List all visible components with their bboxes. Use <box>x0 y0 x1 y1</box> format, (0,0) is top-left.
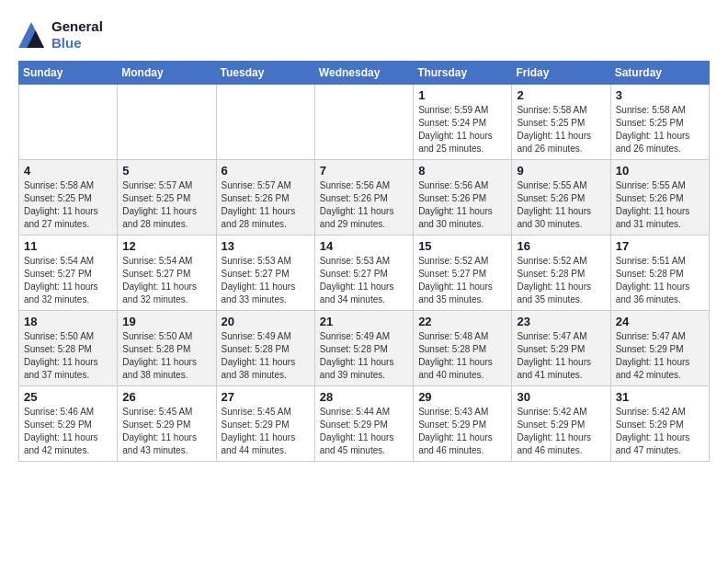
calendar-week-row: 11Sunrise: 5:54 AMSunset: 5:27 PMDayligh… <box>19 236 710 311</box>
logo: General Blue General Blue <box>18 18 103 52</box>
day-info: Sunrise: 5:47 AMSunset: 5:29 PMDaylight:… <box>616 330 704 382</box>
calendar-week-row: 4Sunrise: 5:58 AMSunset: 5:25 PMDaylight… <box>19 160 710 236</box>
logo-line2: Blue <box>51 35 103 52</box>
day-number: 17 <box>616 239 704 253</box>
day-info: Sunrise: 5:58 AMSunset: 5:25 PMDaylight:… <box>616 104 704 155</box>
day-info: Sunrise: 5:59 AMSunset: 5:24 PMDaylight:… <box>418 104 506 155</box>
logo-triangle-icon <box>18 22 44 48</box>
calendar-cell: 25Sunrise: 5:46 AMSunset: 5:29 PMDayligh… <box>19 386 118 462</box>
day-info: Sunrise: 5:57 AMSunset: 5:25 PMDaylight:… <box>122 179 210 231</box>
calendar-cell: 3Sunrise: 5:58 AMSunset: 5:25 PMDaylight… <box>610 85 709 160</box>
day-number: 24 <box>616 315 704 328</box>
day-number: 25 <box>24 390 112 404</box>
day-number: 10 <box>616 164 704 178</box>
calendar-cell: 11Sunrise: 5:54 AMSunset: 5:27 PMDayligh… <box>19 236 118 311</box>
day-info: Sunrise: 5:45 AMSunset: 5:29 PMDaylight:… <box>222 406 310 457</box>
day-number: 31 <box>616 390 704 404</box>
calendar-cell: 10Sunrise: 5:55 AMSunset: 5:26 PMDayligh… <box>610 160 709 236</box>
day-info: Sunrise: 5:58 AMSunset: 5:25 PMDaylight:… <box>517 104 605 155</box>
day-number: 18 <box>24 315 112 328</box>
calendar-cell <box>118 85 216 160</box>
calendar-cell: 27Sunrise: 5:45 AMSunset: 5:29 PMDayligh… <box>216 386 314 462</box>
day-number: 23 <box>517 315 605 328</box>
calendar-week-row: 1Sunrise: 5:59 AMSunset: 5:24 PMDaylight… <box>19 85 710 160</box>
day-number: 14 <box>320 239 408 253</box>
day-number: 16 <box>517 239 605 253</box>
calendar-cell <box>314 85 413 160</box>
day-info: Sunrise: 5:54 AMSunset: 5:27 PMDaylight:… <box>24 255 112 306</box>
calendar-cell: 12Sunrise: 5:54 AMSunset: 5:27 PMDayligh… <box>118 236 216 311</box>
weekday-header: Wednesday <box>314 62 413 85</box>
calendar-cell: 5Sunrise: 5:57 AMSunset: 5:25 PMDaylight… <box>118 160 216 236</box>
day-number: 29 <box>418 390 506 404</box>
weekday-header: Thursday <box>414 62 512 85</box>
day-number: 12 <box>122 239 210 253</box>
calendar-cell: 1Sunrise: 5:59 AMSunset: 5:24 PMDaylight… <box>414 85 512 160</box>
day-info: Sunrise: 5:44 AMSunset: 5:29 PMDaylight:… <box>320 406 408 457</box>
day-number: 15 <box>418 239 506 253</box>
day-info: Sunrise: 5:51 AMSunset: 5:28 PMDaylight:… <box>616 255 704 306</box>
page-header: General Blue General Blue <box>18 18 710 52</box>
day-number: 22 <box>418 315 506 328</box>
calendar-cell: 17Sunrise: 5:51 AMSunset: 5:28 PMDayligh… <box>610 236 709 311</box>
calendar-cell: 2Sunrise: 5:58 AMSunset: 5:25 PMDaylight… <box>512 85 610 160</box>
calendar-cell: 19Sunrise: 5:50 AMSunset: 5:28 PMDayligh… <box>118 311 216 386</box>
calendar-table: SundayMondayTuesdayWednesdayThursdayFrid… <box>18 61 710 462</box>
day-number: 11 <box>24 239 112 253</box>
day-info: Sunrise: 5:49 AMSunset: 5:28 PMDaylight:… <box>222 330 310 382</box>
day-number: 30 <box>517 390 605 404</box>
calendar-cell: 23Sunrise: 5:47 AMSunset: 5:29 PMDayligh… <box>512 311 610 386</box>
day-info: Sunrise: 5:42 AMSunset: 5:29 PMDaylight:… <box>616 406 704 457</box>
day-info: Sunrise: 5:53 AMSunset: 5:27 PMDaylight:… <box>320 255 408 306</box>
day-number: 8 <box>418 164 506 178</box>
calendar-cell: 18Sunrise: 5:50 AMSunset: 5:28 PMDayligh… <box>19 311 118 386</box>
calendar-cell: 13Sunrise: 5:53 AMSunset: 5:27 PMDayligh… <box>216 236 314 311</box>
day-info: Sunrise: 5:45 AMSunset: 5:29 PMDaylight:… <box>122 406 210 457</box>
day-number: 1 <box>418 88 506 102</box>
day-number: 28 <box>320 390 408 404</box>
calendar-cell: 7Sunrise: 5:56 AMSunset: 5:26 PMDaylight… <box>314 160 413 236</box>
logo-line1: General <box>51 18 103 35</box>
calendar-cell: 14Sunrise: 5:53 AMSunset: 5:27 PMDayligh… <box>314 236 413 311</box>
day-number: 19 <box>122 315 210 328</box>
day-number: 2 <box>517 88 605 102</box>
day-number: 5 <box>122 164 210 178</box>
calendar-cell: 20Sunrise: 5:49 AMSunset: 5:28 PMDayligh… <box>216 311 314 386</box>
day-info: Sunrise: 5:56 AMSunset: 5:26 PMDaylight:… <box>320 179 408 231</box>
weekday-header: Friday <box>512 62 610 85</box>
calendar-cell: 24Sunrise: 5:47 AMSunset: 5:29 PMDayligh… <box>610 311 709 386</box>
weekday-header: Sunday <box>19 62 118 85</box>
calendar-cell: 28Sunrise: 5:44 AMSunset: 5:29 PMDayligh… <box>314 386 413 462</box>
calendar-cell: 9Sunrise: 5:55 AMSunset: 5:26 PMDaylight… <box>512 160 610 236</box>
day-info: Sunrise: 5:46 AMSunset: 5:29 PMDaylight:… <box>24 406 112 457</box>
day-info: Sunrise: 5:58 AMSunset: 5:25 PMDaylight:… <box>24 179 112 231</box>
calendar-cell: 6Sunrise: 5:57 AMSunset: 5:26 PMDaylight… <box>216 160 314 236</box>
day-info: Sunrise: 5:56 AMSunset: 5:26 PMDaylight:… <box>418 179 506 231</box>
calendar-cell: 16Sunrise: 5:52 AMSunset: 5:28 PMDayligh… <box>512 236 610 311</box>
day-number: 4 <box>24 164 112 178</box>
calendar-cell: 22Sunrise: 5:48 AMSunset: 5:28 PMDayligh… <box>414 311 512 386</box>
calendar-cell: 21Sunrise: 5:49 AMSunset: 5:28 PMDayligh… <box>314 311 413 386</box>
day-info: Sunrise: 5:55 AMSunset: 5:26 PMDaylight:… <box>616 179 704 231</box>
day-info: Sunrise: 5:57 AMSunset: 5:26 PMDaylight:… <box>222 179 310 231</box>
day-info: Sunrise: 5:55 AMSunset: 5:26 PMDaylight:… <box>517 179 605 231</box>
day-number: 9 <box>517 164 605 178</box>
weekday-header: Tuesday <box>216 62 314 85</box>
day-info: Sunrise: 5:47 AMSunset: 5:29 PMDaylight:… <box>517 330 605 382</box>
day-number: 6 <box>222 164 310 178</box>
day-info: Sunrise: 5:52 AMSunset: 5:28 PMDaylight:… <box>517 255 605 306</box>
calendar-cell: 8Sunrise: 5:56 AMSunset: 5:26 PMDaylight… <box>414 160 512 236</box>
calendar-header-row: SundayMondayTuesdayWednesdayThursdayFrid… <box>19 62 710 85</box>
calendar-cell <box>216 85 314 160</box>
day-number: 7 <box>320 164 408 178</box>
day-info: Sunrise: 5:48 AMSunset: 5:28 PMDaylight:… <box>418 330 506 382</box>
calendar-cell: 31Sunrise: 5:42 AMSunset: 5:29 PMDayligh… <box>610 386 709 462</box>
day-number: 21 <box>320 315 408 328</box>
day-info: Sunrise: 5:49 AMSunset: 5:28 PMDaylight:… <box>320 330 408 382</box>
day-number: 26 <box>122 390 210 404</box>
weekday-header: Monday <box>118 62 216 85</box>
day-info: Sunrise: 5:50 AMSunset: 5:28 PMDaylight:… <box>24 330 112 382</box>
day-number: 20 <box>222 315 310 328</box>
calendar-cell: 29Sunrise: 5:43 AMSunset: 5:29 PMDayligh… <box>414 386 512 462</box>
calendar-cell: 15Sunrise: 5:52 AMSunset: 5:27 PMDayligh… <box>414 236 512 311</box>
